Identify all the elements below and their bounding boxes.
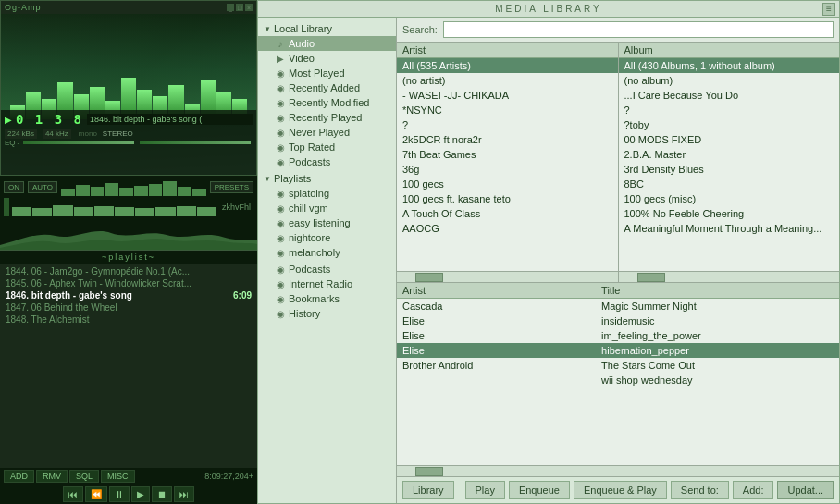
rewind-btn[interactable]: ⏪ [85,486,107,502]
table-row[interactable]: ...I Care Because You Do [619,88,840,103]
sidebar-item-video[interactable]: ▶ Video [258,51,396,66]
pause-btn[interactable]: ⏸ [109,486,130,502]
sidebar-item-internet-radio[interactable]: ◉ Internet Radio [258,277,396,291]
playlist-title: ~playlist~ [102,252,155,262]
ml-menu-button[interactable]: ≡ [822,3,835,16]
album-col-header[interactable]: Album [619,43,829,58]
sidebar-item-easy-listening[interactable]: ◉ easy listening [258,215,396,230]
list-item[interactable]: 1844. 06 - Jam2go - Gymnopédie No.1 (Ac.… [0,265,257,277]
table-row[interactable]: 2k5DCR ft nora2r [397,132,618,147]
search-input[interactable] [443,21,834,38]
sidebar-item-bookmarks[interactable]: ◉ Bookmarks [258,291,396,306]
remove-button[interactable]: RMV [36,470,68,483]
table-row[interactable]: 100% No Feeble Cheering [619,206,840,221]
maximize-btn[interactable]: □ [236,4,243,11]
sidebar-item-audio[interactable]: ♪ Audio [258,36,396,51]
sidebar-item-history[interactable]: ◉ History [258,306,396,321]
volume-bar[interactable] [23,141,134,144]
sidebar-item-podcasts-lib[interactable]: ◉ Podcasts [258,154,396,169]
tracks-table-container: Artist Title Cascada Magic Summer Night [397,283,839,476]
table-row[interactable]: 8BC [619,177,840,191]
player-meta-row: 224 kBs 44 kHz mono STEREO [1,129,256,139]
next-btn[interactable]: ⏭ [174,486,194,502]
table-row[interactable]: *NSYNC [397,103,618,117]
table-row[interactable]: Brother Android The Stars Come Out [397,358,839,373]
artist-col-header[interactable]: Artist [397,43,607,58]
table-row[interactable]: 36g [397,162,618,177]
history-icon: ◉ [275,308,286,319]
list-item[interactable]: 1845. 06 - Aphex Twin - Windowlicker Scr… [0,277,257,289]
top-rated-icon: ◉ [275,141,286,153]
table-row[interactable]: All (430 Albums, 1 without album) [619,58,840,74]
eq-preamp-slider[interactable] [4,198,9,216]
library-button[interactable]: Library [402,481,454,499]
send-to-button[interactable]: Send to: [671,481,729,499]
sidebar-item-top-rated[interactable]: ◉ Top Rated [258,140,396,154]
table-row[interactable]: 2.B.A. Master [619,147,840,162]
table-row[interactable]: 100 gecs (misc) [619,191,840,206]
table-row[interactable]: ?toby [619,117,840,132]
tracks-artist-header[interactable]: Artist [397,283,596,299]
sidebar-item-melancholy[interactable]: ◉ melancholy [258,245,396,260]
play-button[interactable]: Play [465,481,505,499]
pan-bar[interactable] [140,141,251,144]
prev-btn[interactable]: ⏮ [63,486,83,502]
sidebar-item-splatoing[interactable]: ◉ splatoing [258,186,396,201]
enqueue-play-button[interactable]: Enqueue & Play [574,481,667,499]
playlist-icon: ◉ [275,232,286,243]
stop-btn[interactable]: ⏹ [152,486,172,502]
table-row[interactable]: Elise im_feeling_the_power [397,328,839,343]
list-item[interactable]: 1848. The Alchemist [0,313,257,326]
eq-on-button[interactable]: ON [4,181,24,193]
table-row[interactable]: 3rd Density Blues [619,162,840,177]
table-row[interactable]: wii shop wednesday [397,373,839,387]
table-row[interactable]: All (535 Artists) [397,58,618,74]
sidebar-item-nightcore[interactable]: ◉ nightcore [258,230,396,245]
artist-scrollbar-h[interactable] [397,271,618,282]
eq-auto-button[interactable]: AUTO [28,181,57,193]
tracks-scrollbar-h[interactable] [397,465,839,476]
misc-button[interactable]: MISC [101,470,135,483]
update-button[interactable]: Updat... [777,481,834,499]
sql-button[interactable]: SQL [69,470,99,483]
sidebar-item-most-played[interactable]: ◉ Most Played [258,66,396,80]
table-row[interactable]: Elise hibernation_pepper [397,343,839,358]
sidebar-item-recently-played[interactable]: ◉ Recently Played [258,110,396,125]
list-item[interactable]: 1847. 06 Behind the Wheel [0,301,257,313]
add-button[interactable]: Add: [733,481,774,499]
table-row[interactable]: (no artist) [397,73,618,88]
eq-area: EQ - [1,139,256,147]
table-row[interactable]: (no album) [619,73,840,88]
tracks-table: Artist Title Cascada Magic Summer Night [397,283,839,465]
local-library-header[interactable]: ▼ Local Library [258,21,396,36]
tracks-title-header[interactable]: Title [596,283,828,299]
sidebar-item-never-played[interactable]: ◉ Never Played [258,125,396,140]
table-row[interactable]: A Meaningful Moment Through a Meaning... [619,221,840,236]
sidebar-item-recently-added[interactable]: ◉ Recently Added [258,80,396,95]
table-row[interactable]: AAOCG [397,221,618,236]
table-row[interactable]: A Touch Of Class [397,206,618,221]
playlist-icon: ◉ [275,247,286,258]
table-row[interactable]: Cascada Magic Summer Night [397,299,839,314]
table-row[interactable]: ? [619,103,840,117]
table-row[interactable]: 100 gecs ft. kasane teto [397,191,618,206]
presets-button[interactable]: PRESETS [210,181,253,193]
sidebar-item-podcasts[interactable]: ◉ Podcasts [258,262,396,277]
play-btn[interactable]: ▶ [131,486,150,502]
enqueue-button[interactable]: Enqueue [509,481,570,499]
close-btn[interactable]: × [245,4,253,11]
table-row[interactable]: 7th Beat Games [397,147,618,162]
sidebar-item-recently-modified[interactable]: ◉ Recently Modified [258,95,396,110]
internet-radio-icon: ◉ [275,278,286,289]
table-row[interactable]: 00 MODS FIXED [619,132,840,147]
minimize-btn[interactable]: _ [227,4,234,11]
add-button[interactable]: ADD [4,470,34,483]
table-row[interactable]: ? [397,117,618,132]
table-row[interactable]: - WASEI -JJ- CHIKADA [397,88,618,103]
sidebar-item-chill-vgm[interactable]: ◉ chill vgm [258,201,396,215]
list-item-active[interactable]: 1846. bit depth - gabe's song 6:09 [0,289,257,301]
table-row[interactable]: 100 gecs [397,177,618,191]
table-row[interactable]: Elise insidemusic [397,313,839,328]
album-scrollbar-h[interactable] [619,271,840,282]
playlists-header[interactable]: ▼ Playlists [258,171,396,186]
